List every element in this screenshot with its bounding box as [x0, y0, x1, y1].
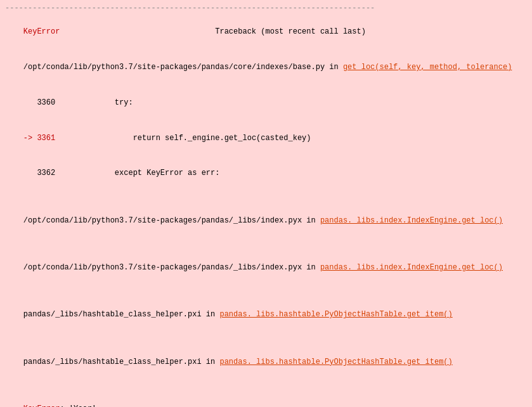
file-line-4: pandas/_libs/hashtable_class_helper.pxi …	[5, 297, 527, 333]
error-output: ----------------------------------------…	[0, 0, 532, 407]
code-line-3360: 3360 try:	[5, 85, 527, 120]
code-line-3362: 3362 except KeyError as err:	[5, 156, 527, 191]
file-line-2: /opt/conda/lib/python3.7/site-packages/p…	[5, 203, 527, 238]
file-line-3: /opt/conda/lib/python3.7/site-packages/p…	[5, 250, 527, 285]
file-link-4[interactable]: pandas._libs.hashtable.PyObjectHashTable…	[219, 310, 452, 319]
code-line-3361-arrow: -> 3361 return self._engine.get_loc(cast…	[5, 120, 527, 156]
keyerror-label-1: KeyError	[23, 27, 60, 36]
blank-3	[5, 285, 527, 297]
blank-5	[5, 380, 527, 392]
error-header-1: KeyError Traceback (most recent call las…	[5, 15, 527, 50]
blank-1	[5, 191, 527, 204]
keyerror-1: KeyError: 'Year'	[5, 392, 527, 407]
separator-top: ----------------------------------------…	[5, 3, 527, 15]
blank-4	[5, 333, 527, 345]
file-line-1: /opt/conda/lib/python3.7/site-packages/p…	[5, 49, 527, 85]
blank-2	[5, 238, 527, 250]
file-link-5[interactable]: pandas._libs.hashtable.PyObjectHashTable…	[219, 358, 452, 366]
file-line-5: pandas/_libs/hashtable_class_helper.pxi …	[5, 344, 527, 380]
file-link-3[interactable]: pandas._libs.index.IndexEngine.get_loc()	[320, 263, 503, 272]
file-link-2[interactable]: pandas._libs.index.IndexEngine.get_loc()	[320, 216, 503, 225]
file-link-1[interactable]: get_loc(self, key, method, tolerance)	[343, 63, 512, 72]
